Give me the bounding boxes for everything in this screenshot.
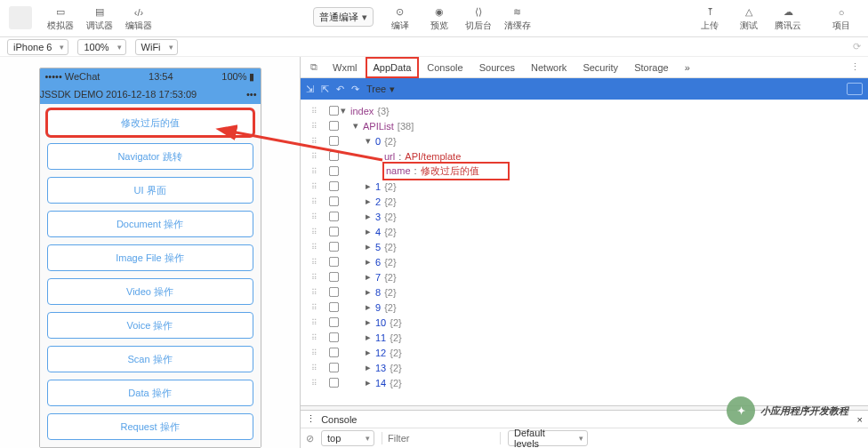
tree-row[interactable]: ⠿▸10{2}: [301, 315, 868, 330]
phone-icon: ▭: [52, 6, 69, 19]
redo-icon[interactable]: ↷: [351, 84, 359, 95]
drawer-close-icon[interactable]: ×: [857, 414, 863, 425]
clear-cache-button[interactable]: ≋清缓存: [500, 3, 535, 35]
context-select[interactable]: top: [321, 430, 374, 446]
preview-button[interactable]: ◉预览: [422, 3, 457, 35]
row-checkbox[interactable]: [328, 212, 338, 221]
editor-button[interactable]: ‹/›编辑器: [121, 3, 157, 35]
row-checkbox[interactable]: [328, 227, 338, 236]
compile-mode-select[interactable]: 普通编译 ▾: [313, 7, 373, 27]
collapse-icon[interactable]: ⇱: [321, 84, 329, 95]
row-checkbox[interactable]: [328, 348, 338, 357]
row-checkbox[interactable]: [328, 287, 338, 297]
cloud-icon: ☁: [779, 6, 797, 19]
demo-button-9[interactable]: Request 操作: [47, 413, 253, 440]
upload-icon: ⤒: [701, 6, 719, 19]
row-checkbox[interactable]: [328, 257, 338, 267]
row-checkbox[interactable]: [328, 317, 338, 327]
clear-console-icon[interactable]: ⊘: [306, 433, 314, 444]
drawer-menu-icon[interactable]: ⋮: [306, 413, 316, 425]
tree-row[interactable]: ⠿▸8{2}: [301, 284, 868, 300]
demo-button-3[interactable]: Document 操作: [47, 211, 253, 237]
demo-button-8[interactable]: Data 操作: [47, 380, 253, 406]
tree-row[interactable]: ⠿▸14{2}: [301, 375, 868, 390]
phone-header: JSSDK DEMO 2016-12-18 17:53:09 •••: [40, 84, 261, 104]
tab-network[interactable]: Network: [524, 58, 574, 77]
expand-icon[interactable]: ⇲: [306, 84, 314, 95]
row-checkbox[interactable]: [328, 363, 338, 372]
filter-input[interactable]: [388, 433, 494, 444]
demo-button-1[interactable]: Navigator 跳转: [47, 143, 253, 170]
tab-console[interactable]: Console: [420, 58, 470, 77]
demo-button-4[interactable]: Image File 操作: [47, 244, 253, 271]
row-checkbox[interactable]: [328, 121, 338, 131]
tab-storage[interactable]: Storage: [627, 58, 676, 77]
search-input[interactable]: [847, 83, 863, 95]
view-mode-select[interactable]: Tree ▾: [366, 84, 395, 95]
tree-row[interactable]: ⠿▸5{2}: [301, 239, 868, 254]
demo-button-2[interactable]: UI 界面: [47, 177, 253, 204]
rotate-icon[interactable]: ⟳: [853, 41, 861, 52]
tree-row[interactable]: ⠿▸11{2}: [301, 330, 868, 345]
row-checkbox[interactable]: [328, 181, 338, 191]
devtools-menu-icon[interactable]: ⋮: [845, 58, 864, 77]
background-button[interactable]: ⟨⟩切后台: [461, 3, 496, 35]
demo-button-5[interactable]: Video 操作: [47, 278, 253, 305]
tab-security[interactable]: Security: [575, 58, 625, 77]
project-button[interactable]: ○项目: [824, 3, 859, 35]
demo-button-7[interactable]: Scan 操作: [47, 346, 253, 372]
tree-row[interactable]: ⠿▾index{3}: [301, 103, 868, 118]
network-select[interactable]: WiFi: [135, 39, 178, 55]
debugger-button[interactable]: ▤调试器: [82, 3, 117, 35]
tree-row[interactable]: ⠿▸6{2}: [301, 254, 868, 269]
tree-row[interactable]: ⠿name:修改过后的值: [301, 164, 868, 179]
tree-row[interactable]: ⠿▸3{2}: [301, 209, 868, 224]
avatar: [9, 6, 32, 29]
row-checkbox[interactable]: [328, 166, 338, 176]
tab-wxml[interactable]: Wxml: [326, 58, 365, 77]
tree-row[interactable]: ⠿▸12{2}: [301, 345, 868, 360]
tencent-cloud-button[interactable]: ☁腾讯云: [770, 3, 806, 35]
tree-row[interactable]: ⠿▸1{2}: [301, 179, 868, 194]
test-button[interactable]: △测试: [731, 3, 767, 35]
tree-row[interactable]: ⠿▸13{2}: [301, 360, 868, 375]
zoom-select[interactable]: 100%: [77, 39, 125, 55]
tree-row[interactable]: ⠿▸2{2}: [301, 194, 868, 209]
upload-button[interactable]: ⤒上传: [692, 3, 727, 35]
row-checkbox[interactable]: [328, 151, 338, 161]
row-checkbox[interactable]: [328, 302, 338, 312]
simulator-button[interactable]: ▭模拟器: [43, 3, 78, 35]
demo-button-0[interactable]: 修改过后的值: [47, 109, 253, 136]
row-checkbox[interactable]: [328, 136, 338, 146]
tab-sources[interactable]: Sources: [472, 58, 522, 77]
devtools-pane: ⧉ WxmlAppDataConsoleSourcesNetworkSecuri…: [301, 57, 868, 448]
row-checkbox[interactable]: [328, 272, 338, 282]
tree-row[interactable]: ⠿▸9{2}: [301, 300, 868, 315]
tree-row[interactable]: ⠿▸7{2}: [301, 269, 868, 284]
undo-icon[interactable]: ↶: [336, 84, 344, 95]
code-icon: ‹/›: [130, 6, 148, 19]
gear-icon: ○: [832, 6, 850, 19]
tree-row[interactable]: ⠿▸4{2}: [301, 224, 868, 239]
row-checkbox[interactable]: [328, 242, 338, 252]
row-checkbox[interactable]: [328, 196, 338, 206]
switch-icon: ⟨⟩: [470, 6, 487, 19]
inspect-icon[interactable]: ⧉: [304, 58, 324, 77]
compile-button[interactable]: ⊙编译: [382, 3, 418, 35]
row-checkbox[interactable]: [328, 378, 338, 388]
device-select[interactable]: iPhone 6: [7, 39, 68, 55]
row-checkbox[interactable]: [328, 332, 338, 342]
tree-row[interactable]: ⠿▾0{2}: [301, 133, 868, 148]
log-levels-select[interactable]: Default levels: [508, 430, 588, 446]
tab-appdata[interactable]: AppData: [366, 58, 419, 77]
simulator-subbar: iPhone 6 100% WiFi ⟳: [0, 37, 868, 57]
tabs-overflow[interactable]: »: [678, 58, 697, 77]
chevron-down-icon: ▾: [390, 84, 395, 95]
flask-icon: △: [740, 6, 758, 19]
demo-button-6[interactable]: Voice 操作: [47, 312, 253, 339]
tree-row[interactable]: ⠿url:API/template: [301, 148, 868, 164]
console-tab[interactable]: Console: [321, 414, 357, 425]
row-checkbox[interactable]: [328, 106, 338, 116]
more-icon[interactable]: •••: [246, 89, 257, 100]
tree-row[interactable]: ⠿▾APIList[38]: [301, 118, 868, 133]
